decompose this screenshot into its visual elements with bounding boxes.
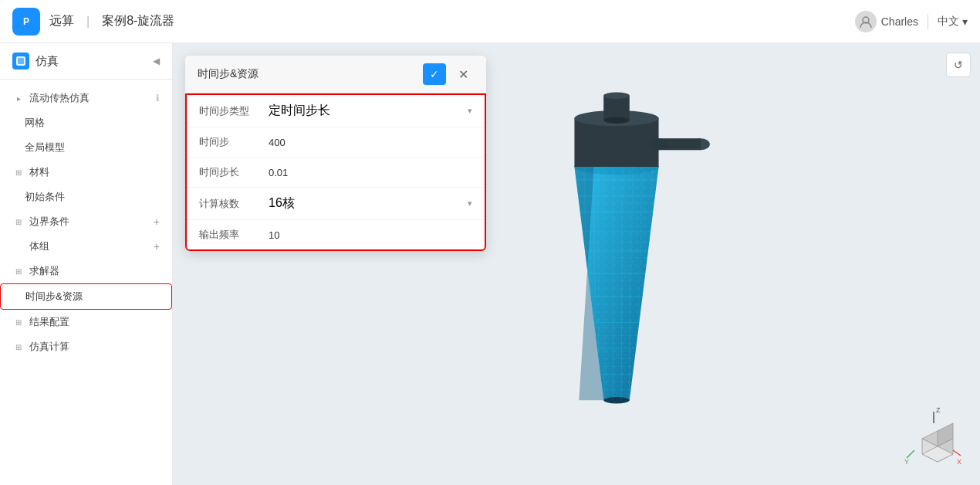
language-selector[interactable]: 中文 ▾ (938, 15, 968, 29)
compute-cores-field[interactable]: 16核 ▾ (269, 195, 472, 212)
expand-icon-boundary: ⊞ (12, 215, 25, 228)
sidebar-item-result-config[interactable]: ⊞ 结果配置 (0, 310, 172, 334)
sidebar-title: 仿真 (35, 54, 59, 69)
svg-text:P: P (23, 16, 29, 27)
dialog-header: 时间步&资源 ✓ ✕ (185, 56, 486, 93)
sidebar-label-time-step-resource: 时间步&资源 (25, 290, 159, 304)
project-title: 案例8-旋流器 (102, 13, 174, 29)
sidebar-item-volume-group[interactable]: 体组 + (0, 234, 172, 259)
sidebar-item-global-model[interactable]: 全局模型 (0, 135, 172, 160)
form-label-time-step-type: 时间步类型 (199, 104, 269, 118)
add-boundary-icon[interactable]: + (154, 215, 160, 228)
svg-point-11 (604, 93, 630, 99)
output-freq-value[interactable]: 10 (269, 229, 472, 241)
axis-indicator: Z Y X (903, 408, 965, 470)
svg-point-29 (604, 397, 630, 403)
dialog-actions: ✓ ✕ (423, 63, 474, 85)
dialog-title: 时间步&资源 (198, 67, 259, 81)
sidebar-label-mesh: 网格 (25, 116, 160, 130)
app-logo: P (12, 8, 40, 36)
cyclone-model (455, 83, 779, 446)
form-label-compute-cores: 计算核数 (199, 197, 269, 211)
svg-point-12 (604, 117, 630, 123)
form-label-time-step: 时间步 (199, 135, 269, 149)
time-step-type-chevron: ▾ (468, 106, 472, 116)
expand-icon-solver: ⊞ (12, 265, 25, 277)
compute-cores-value: 16核 (269, 195, 295, 212)
svg-point-15 (650, 138, 668, 150)
svg-rect-10 (604, 96, 630, 120)
sidebar-label-material: 材料 (29, 165, 160, 179)
header-divider (928, 14, 928, 29)
svg-text:X: X (957, 458, 961, 466)
svg-line-47 (953, 450, 961, 456)
form-row-compute-cores: 计算核数 16核 ▾ (187, 188, 485, 220)
time-step-type-value: 定时间步长 (269, 103, 330, 119)
sidebar-item-time-step-resource[interactable]: 时间步&资源 (0, 283, 172, 310)
content-area: ↺ 时间步&资源 ✓ ✕ 时间步类型 定时间步长 ▾ (173, 43, 980, 485)
expand-icon: ▸ (12, 92, 25, 104)
sidebar-content: ▸ 流动传热仿真 ℹ 网格 全局模型 ⊞ 材料 初始条件 (0, 80, 172, 485)
form-row-time-step-length: 时间步长 0.01 (187, 158, 485, 188)
sidebar-label-boundary-condition: 边界条件 (29, 215, 154, 229)
sidebar-label-global-model: 全局模型 (25, 141, 160, 154)
svg-text:Z: Z (936, 408, 941, 414)
lang-chevron-icon: ▾ (962, 15, 968, 28)
sidebar-collapse-icon[interactable]: ◀ (153, 56, 160, 66)
form-label-time-step-length: 时间步长 (199, 165, 269, 179)
form-row-time-step-type: 时间步类型 定时间步长 ▾ (187, 95, 485, 127)
sidebar-item-mesh[interactable]: 网格 (0, 110, 172, 135)
add-volume-icon[interactable]: + (154, 240, 160, 253)
time-step-length-value[interactable]: 0.01 (269, 167, 472, 178)
svg-rect-4 (18, 58, 24, 64)
sidebar-label-initial-condition: 初始条件 (25, 190, 160, 204)
sidebar-label-solver: 求解器 (29, 264, 160, 278)
main-layout: 仿真 ◀ ▸ 流动传热仿真 ℹ 网格 全局模型 ⊞ 材料 (0, 43, 980, 485)
cube-icon (12, 53, 29, 70)
sidebar-label-volume-group: 体组 (29, 239, 154, 253)
info-icon: ℹ (156, 93, 160, 103)
sidebar-label-result-config: 结果配置 (29, 315, 160, 329)
dialog-confirm-button[interactable]: ✓ (423, 63, 446, 85)
sidebar-title-area: 仿真 (12, 53, 59, 70)
sidebar-item-solver[interactable]: ⊞ 求解器 (0, 259, 172, 283)
form-row-output-freq: 输出频率 10 (187, 220, 485, 249)
expand-icon-sim-calc: ⊞ (12, 341, 25, 353)
sidebar-item-material[interactable]: ⊞ 材料 (0, 160, 172, 185)
sidebar-label-sim-calc: 仿真计算 (29, 340, 160, 354)
sidebar-header: 仿真 ◀ (0, 43, 172, 80)
svg-line-45 (907, 450, 914, 458)
sidebar-label-fluid-sim: 流动传热仿真 (29, 91, 153, 105)
language-label: 中文 (938, 15, 959, 29)
sidebar: 仿真 ◀ ▸ 流动传热仿真 ℹ 网格 全局模型 ⊞ 材料 (0, 43, 173, 485)
sidebar-item-fluid-sim[interactable]: ▸ 流动传热仿真 ℹ (0, 86, 172, 110)
form-row-time-step: 时间步 400 (187, 127, 485, 158)
svg-text:Y: Y (904, 458, 909, 466)
dialog-body: 时间步类型 定时间步长 ▾ 时间步 400 时间步长 0.01 (185, 93, 486, 251)
avatar (855, 11, 877, 32)
time-step-type-field[interactable]: 定时间步长 ▾ (269, 103, 472, 119)
company-name: 远算 (49, 13, 74, 29)
expand-icon-result: ⊞ (12, 316, 25, 328)
dialog-close-button[interactable]: ✕ (452, 63, 474, 85)
header-left: P 远算 | 案例8-旋流器 (12, 8, 174, 36)
compute-cores-chevron: ▾ (468, 198, 472, 209)
sidebar-item-initial-condition[interactable]: 初始条件 (0, 185, 172, 209)
header: P 远算 | 案例8-旋流器 Charles 中文 ▾ (0, 0, 980, 43)
sidebar-item-sim-calc[interactable]: ⊞ 仿真计算 (0, 334, 172, 359)
sidebar-item-boundary-condition[interactable]: ⊞ 边界条件 + (0, 209, 172, 234)
user-profile[interactable]: Charles (855, 11, 918, 32)
time-step-value[interactable]: 400 (269, 137, 472, 148)
time-step-dialog: 时间步&资源 ✓ ✕ 时间步类型 定时间步长 ▾ 时间步 (185, 56, 486, 251)
form-label-output-freq: 输出频率 (199, 228, 269, 242)
header-right: Charles 中文 ▾ (855, 11, 968, 32)
expand-icon-material: ⊞ (12, 166, 25, 178)
user-name: Charles (881, 15, 918, 28)
